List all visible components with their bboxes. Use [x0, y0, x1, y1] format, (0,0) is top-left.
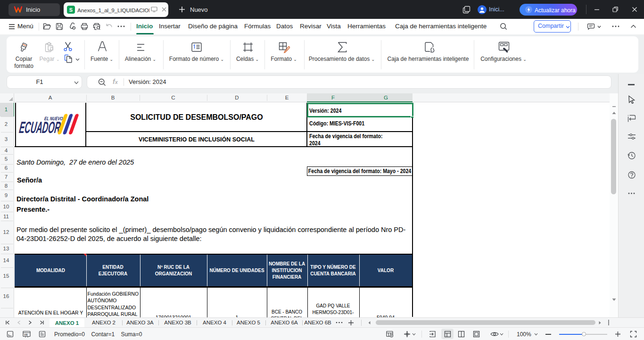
svg-text:VB: VB [24, 333, 28, 336]
svg-text:ECUADOR: ECUADOR [18, 118, 62, 134]
